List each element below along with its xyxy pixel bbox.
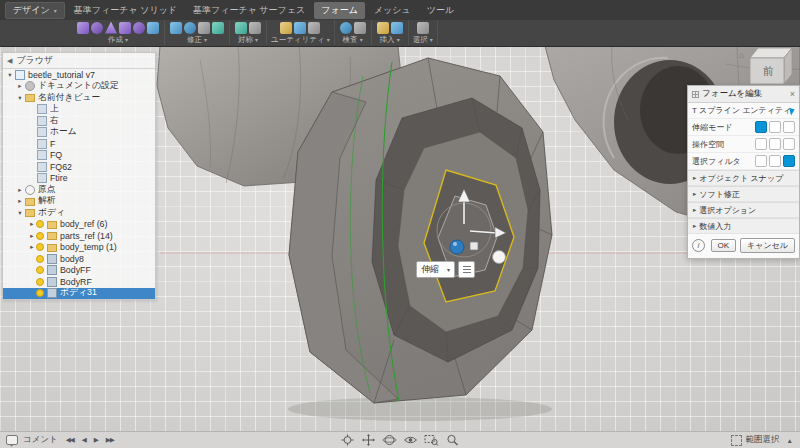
section-soft-modification[interactable]: ▸ソフト修正 — [688, 186, 799, 202]
select-tool-icon[interactable] — [417, 22, 429, 34]
viewcube-front-face[interactable]: 前 — [762, 65, 774, 77]
insert-edge-icon[interactable] — [184, 22, 196, 34]
create-plane-icon[interactable] — [147, 22, 159, 34]
browser-item-named-views[interactable]: ▾名前付きビュー — [3, 92, 155, 104]
insert-svg-icon[interactable] — [391, 22, 403, 34]
repair-body-icon[interactable] — [294, 22, 306, 34]
expander-icon[interactable]: ▸ — [28, 243, 36, 251]
mode-scale-icon[interactable] — [783, 121, 795, 133]
expander-icon[interactable]: ▸ — [28, 220, 36, 228]
browser-item-parts-ref[interactable]: ▸parts_ref (14) — [3, 230, 155, 242]
comment-icon[interactable] — [6, 435, 18, 445]
timeline-play-icon[interactable]: ▶ — [94, 436, 98, 444]
browser-item-view-ftire[interactable]: Ftire — [3, 173, 155, 185]
insert-mesh-icon[interactable] — [377, 22, 389, 34]
browser-item-view-home[interactable]: ホーム — [3, 127, 155, 139]
info-icon[interactable]: i — [692, 239, 705, 252]
section-object-snap[interactable]: ▸オブジェクト スナップ — [688, 170, 799, 186]
mini-options-button[interactable] — [458, 261, 475, 278]
close-icon[interactable]: × — [790, 89, 795, 99]
zoom-window-icon[interactable] — [424, 434, 439, 446]
measure-icon[interactable] — [340, 22, 352, 34]
create-box-icon[interactable] — [77, 22, 89, 34]
tab-tools[interactable]: ツール — [420, 2, 461, 19]
expander-icon[interactable]: ▸ — [16, 186, 24, 194]
convert-icon[interactable] — [308, 22, 320, 34]
visibility-bulb-icon[interactable] — [36, 278, 44, 286]
browser-item-view-fq62[interactable]: FQ62 — [3, 161, 155, 173]
filter-face-icon[interactable] — [783, 155, 795, 167]
group-label-create[interactable]: 作成 ▾ — [108, 35, 128, 45]
browser-item-body31-selected[interactable]: ボディ31 — [3, 288, 155, 300]
space-world-icon[interactable] — [755, 138, 767, 150]
visibility-bulb-icon[interactable] — [36, 243, 44, 251]
create-sphere-icon[interactable] — [91, 22, 103, 34]
select-cursor-icon[interactable] — [789, 106, 796, 115]
comment-label[interactable]: コメント — [23, 434, 58, 446]
space-local-icon[interactable] — [783, 138, 795, 150]
filter-vertex-icon[interactable] — [755, 155, 767, 167]
expander-icon[interactable]: ▸ — [16, 197, 24, 205]
clear-symmetry-icon[interactable] — [249, 22, 261, 34]
chevron-up-icon[interactable]: ▲ — [787, 437, 792, 444]
expander-icon[interactable]: ▾ — [16, 94, 24, 102]
zoom-icon[interactable] — [445, 434, 460, 446]
fit-view-icon[interactable] — [340, 434, 355, 446]
timeline-skip-start-icon[interactable]: ◀◀ — [66, 436, 74, 444]
mode-rotate-icon[interactable] — [769, 121, 781, 133]
selection-mode-icon[interactable] — [731, 435, 742, 446]
create-cone-icon[interactable] — [105, 22, 117, 34]
browser-header[interactable]: ◀ ブラウザ — [3, 53, 155, 69]
dialog-header[interactable]: フォームを編集 × — [688, 86, 799, 103]
browser-item-body8[interactable]: body8 — [3, 253, 155, 265]
browser-item-view-right[interactable]: 右 — [3, 115, 155, 127]
visibility-bulb-icon[interactable] — [36, 232, 44, 240]
collapse-panel-icon[interactable]: ◀ — [7, 57, 12, 65]
tab-form[interactable]: フォーム — [314, 2, 365, 19]
expander-icon[interactable]: ▸ — [28, 232, 36, 240]
look-at-icon[interactable] — [403, 434, 418, 446]
pan-icon[interactable] — [361, 434, 376, 446]
browser-item-view-f[interactable]: F — [3, 138, 155, 150]
timeline-step-back-icon[interactable]: ◀ — [82, 436, 86, 444]
group-label-symmetry[interactable]: 対称 ▾ — [238, 35, 258, 45]
ok-button[interactable]: OK — [711, 239, 737, 252]
section-numeric-input[interactable]: ▸数値入力 — [688, 218, 799, 234]
gizmo-plane-handle[interactable] — [470, 242, 478, 250]
expander-icon[interactable]: ▾ — [16, 209, 24, 217]
group-label-insert[interactable]: 挿入 ▾ — [380, 35, 400, 45]
timeline-skip-end-icon[interactable]: ▶▶ — [106, 436, 114, 444]
browser-item-bodyrf[interactable]: BodyRF — [3, 276, 155, 288]
browser-item-bodies[interactable]: ▾ボディ — [3, 207, 155, 219]
visibility-bulb-icon[interactable] — [36, 289, 44, 297]
space-view-icon[interactable] — [769, 138, 781, 150]
expander-icon[interactable]: ▸ — [16, 82, 24, 90]
group-label-modify[interactable]: 修正 ▾ — [187, 35, 207, 45]
browser-item-analysis[interactable]: ▸解析 — [3, 196, 155, 208]
browser-item-bodyff[interactable]: BodyFF — [3, 265, 155, 277]
group-label-utilities[interactable]: ユーティリティ ▾ — [271, 35, 330, 45]
selection-mode-label[interactable]: 範囲選択 — [746, 434, 780, 446]
mode-translate-icon[interactable] — [755, 121, 767, 133]
cancel-button[interactable]: キャンセル — [740, 238, 795, 253]
browser-item-origin[interactable]: ▸原点 — [3, 184, 155, 196]
orbit-icon[interactable] — [382, 434, 397, 446]
expander-icon[interactable]: ▾ — [6, 71, 14, 79]
home-icon[interactable]: ⌂ — [739, 50, 744, 60]
visibility-bulb-icon[interactable] — [36, 220, 44, 228]
create-pipe-icon[interactable] — [133, 22, 145, 34]
drag-grip-icon[interactable] — [692, 91, 699, 98]
gizmo-scale-handle[interactable] — [493, 251, 506, 264]
tab-mesh[interactable]: メッシュ — [367, 2, 418, 19]
visibility-bulb-icon[interactable] — [36, 266, 44, 274]
tab-base-feature-surface[interactable]: 基準フィーチャ サーフェス — [186, 2, 312, 19]
stretch-mode-dropdown[interactable]: 伸縮▾ — [416, 261, 455, 278]
front-wheel-tspline-body[interactable] — [289, 58, 552, 403]
mirror-symmetry-icon[interactable] — [235, 22, 247, 34]
browser-item-view-top[interactable]: 上 — [3, 104, 155, 116]
visibility-bulb-icon[interactable] — [36, 255, 44, 263]
subdivide-icon[interactable] — [198, 22, 210, 34]
filter-edge-icon[interactable] — [769, 155, 781, 167]
browser-item-doc-settings[interactable]: ▸ドキュメントの設定 — [3, 81, 155, 93]
browser-item-root[interactable]: ▾beetle_tutorial v7 — [3, 69, 155, 81]
